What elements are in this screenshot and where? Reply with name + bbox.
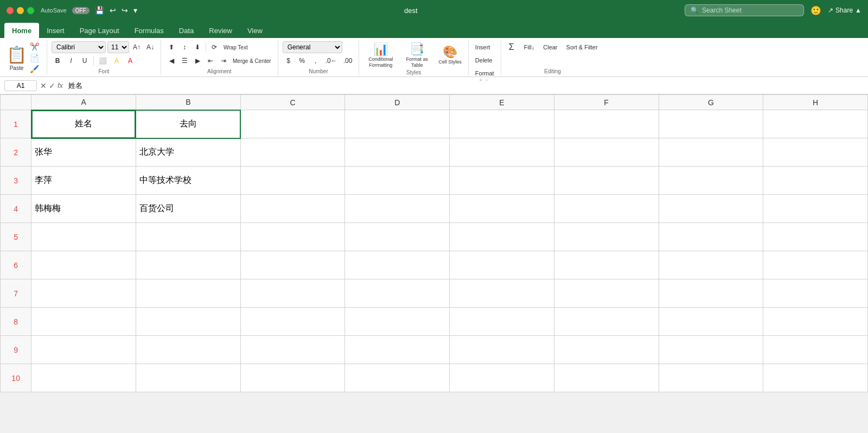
cell-H6[interactable] [763,251,868,279]
cell-G2[interactable] [659,138,763,167]
text-direction-btn[interactable]: ⟳ [208,41,220,53]
cell-G3[interactable] [659,167,763,195]
cell-B8[interactable] [136,308,240,336]
cell-E8[interactable] [450,308,554,336]
cell-E9[interactable] [450,336,554,364]
number-format-select[interactable]: General [283,41,342,53]
cell-B10[interactable] [136,364,240,392]
cell-H8[interactable] [763,308,868,336]
cell-E10[interactable] [450,364,554,392]
align-middle-btn[interactable]: ↕ [178,41,190,53]
cell-G9[interactable] [659,336,763,364]
cell-B9[interactable] [136,336,240,364]
share-button[interactable]: ↗ Share ▲ [828,7,861,14]
cell-B1[interactable]: 去向 [136,110,240,138]
col-header-f[interactable]: F [554,95,659,110]
cell-B4[interactable]: 百货公司 [136,195,240,223]
minimize-button[interactable] [17,7,24,14]
sort-filter-btn[interactable]: Sort & Filter [564,41,600,53]
autosave-state[interactable]: OFF [72,7,90,14]
confirm-formula-icon[interactable]: ✓ [49,81,55,90]
cell-A8[interactable] [31,308,136,336]
tab-formulas[interactable]: Formulas [127,23,171,38]
cell-G8[interactable] [659,308,763,336]
tab-data[interactable]: Data [171,23,201,38]
cell-F8[interactable] [554,308,659,336]
col-header-e[interactable]: E [450,95,554,110]
cell-D9[interactable] [345,336,450,364]
redo-icon[interactable]: ↪ [122,6,128,15]
row-header-9[interactable]: 9 [1,336,31,364]
italic-button[interactable]: I [65,55,77,67]
undo-icon[interactable]: ↩ [110,6,116,15]
row-header-8[interactable]: 8 [1,308,31,336]
fill-btn[interactable]: Fill↓ [522,41,537,53]
cell-H1[interactable] [763,110,868,138]
increase-font-btn[interactable]: A↑ [131,41,143,53]
col-header-a[interactable]: A [31,95,136,110]
col-header-c[interactable]: C [240,95,345,110]
comma-btn[interactable]: , [310,55,322,67]
row-header-7[interactable]: 7 [1,279,31,308]
cell-A4[interactable]: 韩梅梅 [31,195,136,223]
align-left-btn[interactable]: ◀ [165,55,177,67]
format-cells-btn[interactable]: Format [473,67,496,79]
cell-F9[interactable] [554,336,659,364]
cell-B3[interactable]: 中等技术学校 [136,167,240,195]
cell-D3[interactable] [345,167,450,195]
paste-button[interactable]: 📋 Paste [7,40,27,75]
cell-F6[interactable] [554,251,659,279]
cell-F1[interactable] [554,110,659,138]
cell-D5[interactable] [345,223,450,251]
cell-E1[interactable] [450,110,554,138]
cell-G4[interactable] [659,195,763,223]
font-color-btn[interactable]: A [124,55,136,67]
cell-A7[interactable] [31,279,136,308]
search-box[interactable]: 🔍 Search Sheet [685,4,804,16]
cell-C6[interactable] [240,251,345,279]
row-header-2[interactable]: 2 [1,138,31,167]
row-header-5[interactable]: 5 [1,223,31,251]
maximize-button[interactable] [27,7,34,14]
align-right-btn[interactable]: ▶ [192,55,203,67]
underline-button[interactable]: U [79,55,91,67]
bold-button[interactable]: B [52,55,63,67]
row-header-3[interactable]: 3 [1,167,31,195]
cell-B7[interactable] [136,279,240,308]
clear-btn[interactable]: Clear [541,41,559,53]
col-header-h[interactable]: H [763,95,868,110]
cell-D10[interactable] [345,364,450,392]
increase-decimal-btn[interactable]: .00 [341,55,355,67]
cell-C10[interactable] [240,364,345,392]
align-bottom-btn[interactable]: ⬇ [192,41,203,53]
row-header-1[interactable]: 1 [1,110,31,138]
delete-cells-btn[interactable]: Delete [473,54,495,66]
insert-cells-btn[interactable]: Insert [473,41,493,53]
decrease-decimal-btn[interactable]: .0← [323,55,340,67]
cell-A6[interactable] [31,251,136,279]
formula-input[interactable] [66,80,864,91]
cell-B2[interactable]: 北京大学 [136,138,240,167]
cell-A3[interactable]: 李萍 [31,167,136,195]
merge-center-btn[interactable]: Merge & Center [231,55,273,67]
cell-H3[interactable] [763,167,868,195]
row-header-6[interactable]: 6 [1,251,31,279]
decrease-indent-btn[interactable]: ⇤ [205,55,216,67]
cell-E3[interactable] [450,167,554,195]
tab-view[interactable]: View [240,23,270,38]
font-size-select[interactable]: 11 [107,41,129,53]
conditional-formatting-btn[interactable]: 📊 Conditional Formatting [363,41,398,69]
cell-reference[interactable] [4,80,37,91]
cell-F3[interactable] [554,167,659,195]
cell-B6[interactable] [136,251,240,279]
cell-E6[interactable] [450,251,554,279]
cell-F4[interactable] [554,195,659,223]
copy-icon[interactable]: 📄 [29,53,40,63]
cell-A10[interactable] [31,364,136,392]
cell-C7[interactable] [240,279,345,308]
cell-G10[interactable] [659,364,763,392]
row-header-10[interactable]: 10 [1,364,31,392]
cell-D8[interactable] [345,308,450,336]
format-as-table-btn[interactable]: 📑 Format as Table [400,41,434,69]
cell-H10[interactable] [763,364,868,392]
